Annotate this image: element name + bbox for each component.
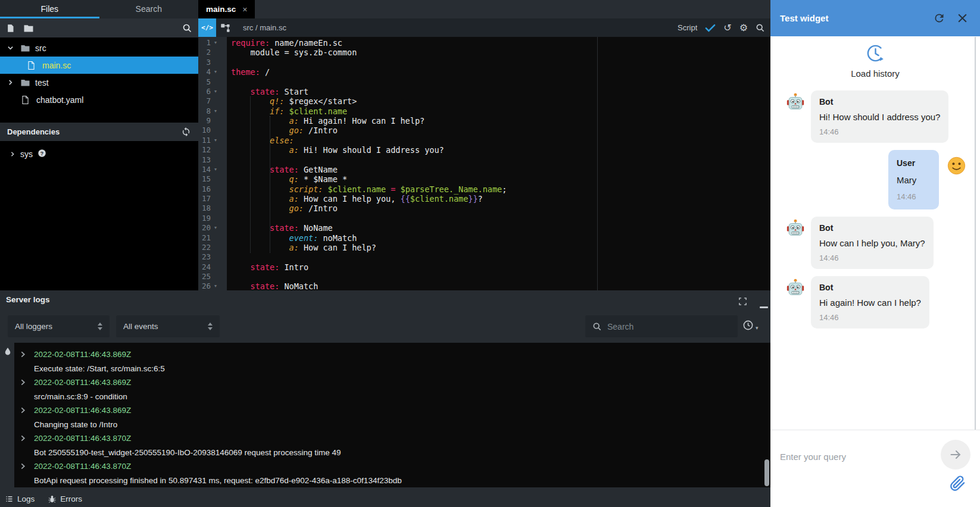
code-area[interactable]: 1▾require: name/nameEn.sc2 module = sys.… [198,37,770,290]
code-line-13[interactable]: 13 [198,155,770,165]
code-line-15[interactable]: 15 q: * $Name * [198,174,770,184]
editor-tab-label: main.sc [206,5,236,14]
fold-arrow-icon[interactable]: ▾ [211,223,220,233]
tree-item-test[interactable]: test [0,74,198,91]
code-line-12[interactable]: 12 a: Hi! How should I address you? [198,145,770,155]
send-button[interactable] [941,440,970,470]
line-number: 3 [198,58,211,67]
editor-toolbar-right: Script ↺ ⚙ [678,22,770,33]
chevron-right-icon[interactable] [7,79,20,86]
refresh-dependencies-icon[interactable] [181,127,191,137]
logs-scrollbar-thumb[interactable] [764,459,769,486]
log-entry-message: src/main.sc:8:9 - condition [14,390,770,404]
paperclip-icon[interactable] [950,475,966,494]
fold-arrow-icon[interactable]: ▾ [211,165,220,174]
chevron-right-icon[interactable] [10,149,15,159]
code-text: go: /Intro [220,126,338,135]
editor-tab-main-sc[interactable]: main.sc × [198,0,255,18]
search-icon[interactable] [182,23,192,33]
line-number: 23 [198,252,211,262]
fold-arrow-icon[interactable]: ▾ [211,281,220,290]
expand-log-icon[interactable] [20,351,29,358]
message-text: Hi! How should I address you? [819,111,940,123]
code-line-20[interactable]: 20▾ state: NoName [198,223,770,233]
expand-log-icon[interactable] [20,435,29,442]
code-view-button[interactable]: </> [198,18,216,37]
chat-messages: Bot Hi! How should I address you? 14:46 … [770,90,980,336]
code-line-6[interactable]: 6▾ state: Start [198,87,770,96]
chat-message-user: User Mary 14:46 [770,150,980,209]
code-line-1[interactable]: 1▾require: name/nameEn.sc [198,38,770,48]
minimize-icon[interactable] [760,301,768,311]
fold-gutter [211,116,220,126]
expand-log-icon[interactable] [20,407,29,414]
sidebar-tabs: Files Search [0,0,198,18]
tab-search[interactable]: Search [99,0,199,18]
check-icon[interactable] [705,24,716,32]
logs-search-input[interactable] [607,322,731,331]
test-widget: Test widget Load history Bot Hi! How sho… [770,0,980,507]
code-line-4[interactable]: 4▾theme: / [198,67,770,77]
code-line-16[interactable]: 16 script: $client.name = $parseTree._Na… [198,184,770,194]
tree-item-chatbot.yaml[interactable]: chatbot.yaml [0,91,198,108]
code-line-22[interactable]: 22 a: How can I help? [198,243,770,252]
list-icon [5,495,14,503]
fold-arrow-icon[interactable]: ▾ [211,136,220,145]
code-line-8[interactable]: 8▾ if: $client.name [198,107,770,116]
refresh-icon[interactable] [933,12,945,24]
loggers-filter-value: All loggers [15,322,52,331]
expand-log-icon[interactable] [20,463,29,470]
code-line-19[interactable]: 19 [198,214,770,223]
fold-arrow-icon[interactable]: ▾ [211,67,220,77]
line-number: 14 [198,165,211,174]
code-line-23[interactable]: 23 [198,252,770,262]
search-code-icon[interactable] [756,23,765,33]
help-icon[interactable]: ? [38,149,46,159]
code-line-25[interactable]: 25 [198,272,770,281]
gear-icon[interactable]: ⚙ [739,22,748,33]
code-line-10[interactable]: 10 go: /Intro [198,126,770,135]
code-line-26[interactable]: 26▾ state: NoMatch [198,281,770,290]
code-text [220,155,231,165]
statusbar-errors[interactable]: Errors [48,495,82,503]
close-icon[interactable] [957,12,968,24]
tree-item-src[interactable]: src [0,39,198,57]
dependency-item-sys[interactable]: sys ? [0,145,198,162]
code-line-18[interactable]: 18 go: /Intro [198,204,770,213]
code-line-3[interactable]: 3 [198,58,770,67]
code-line-9[interactable]: 9 a: Hi again! How can I help? [198,116,770,126]
tab-files[interactable]: Files [0,0,99,18]
undo-icon[interactable]: ↺ [723,22,731,33]
fold-arrow-icon[interactable]: ▾ [211,87,220,96]
events-filter-dropdown[interactable]: All events [116,315,220,337]
fold-arrow-icon[interactable]: ▾ [211,38,220,48]
time-filter-button[interactable]: ▾ [742,320,759,331]
chevron-down-icon[interactable] [7,45,20,51]
close-tab-icon[interactable]: × [242,5,247,14]
code-line-24[interactable]: 24 state: Intro [198,262,770,272]
fullscreen-icon[interactable] [738,297,747,308]
message-time: 14:46 [819,313,921,322]
code-line-2[interactable]: 2 module = sys.zb-common [198,48,770,57]
fold-arrow-icon[interactable]: ▾ [211,107,220,116]
load-history-button[interactable]: Load history [770,43,980,79]
fold-gutter [211,145,220,155]
code-line-14[interactable]: 14▾ state: GetName [198,165,770,174]
droplet-icon[interactable] [4,347,12,359]
query-input[interactable] [780,452,929,462]
code-line-21[interactable]: 21 event: noMatch [198,233,770,243]
new-file-icon[interactable] [6,24,15,33]
expand-log-icon[interactable] [20,379,29,386]
dependency-label: sys [20,149,33,159]
code-line-5[interactable]: 5 [198,77,770,87]
log-output[interactable]: 2022-02-08T11:46:43.869ZExecute state: /… [14,343,770,487]
new-folder-icon[interactable] [23,24,34,33]
code-line-7[interactable]: 7 q!: $regex</start> [198,96,770,106]
statusbar-logs[interactable]: Logs [5,495,35,503]
code-line-11[interactable]: 11▾ else: [198,136,770,145]
graph-view-button[interactable] [216,18,234,37]
code-line-17[interactable]: 17 a: How can I help you, {{$client.name… [198,194,770,204]
loggers-filter-dropdown[interactable]: All loggers [8,315,110,337]
tree-item-main.sc[interactable]: main.sc [0,57,198,74]
file-icon [27,61,39,70]
